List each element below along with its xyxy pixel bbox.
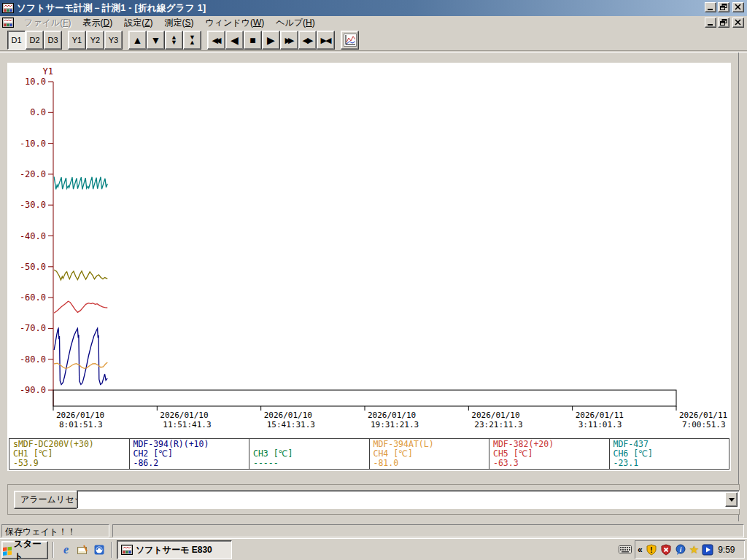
mdi-minimize-button[interactable] [705,18,716,28]
display-1-button[interactable]: D1 [7,31,26,50]
media-play-tray-icon[interactable] [702,544,713,556]
taskbar-separator [111,542,112,558]
step-forward-button[interactable]: ▶ [262,31,280,50]
step-back-button[interactable]: ◀ [225,31,244,50]
display-2-button[interactable]: D2 [26,31,44,50]
channel-value: ----- [253,459,369,468]
y-axis-1-button[interactable]: Y1 [68,31,86,50]
channel-value: -23.1 [614,459,729,468]
stop-button[interactable]: ■ [244,31,262,50]
legend-channel-2: MDF-394(R)(+10) CH2 [℃] -86.2 [129,438,250,470]
toolbar: D1 D2 D3 Y1 Y2 Y3 ▲ ▼ ▲▼ ▼▲ ◀◀ ◀ ■ ▶ ▶▶ … [0,29,747,51]
security-alert-shield-icon[interactable] [660,544,672,556]
app-icon [121,544,133,556]
expand-vertical-icon: ▲▼ [171,35,177,45]
expand-vertical-button[interactable]: ▲▼ [165,31,183,50]
menu-help[interactable]: ヘルプ(H) [270,15,321,31]
svg-text:8:01:51.3: 8:01:51.3 [59,420,103,429]
compress-vertical-icon: ▼▲ [189,35,196,45]
svg-text:2026/01/10: 2026/01/10 [56,411,104,420]
update-shield-icon[interactable]: ! [646,544,657,556]
menu-bar: ファイル(F) 表示(D) 設定(Z) 測定(S) ウィンドウ(W) ヘルプ(H… [0,16,747,29]
start-label: スタート [14,538,47,560]
mdi-close-button[interactable] [732,18,744,28]
svg-text:2026/01/10: 2026/01/10 [160,411,208,420]
status-message: 保存ウェイト！！ [1,524,109,537]
internet-explorer-icon[interactable]: e [60,543,72,556]
scroll-down-button[interactable]: ▼ [147,31,165,50]
mdi-client-area: Y110.00.0-10.0-20.0-30.0-40.0-50.0-60.0-… [0,52,747,521]
minimize-button[interactable] [705,2,716,12]
svg-text:23:21:11.3: 23:21:11.3 [474,420,522,429]
svg-text:-70.0: -70.0 [20,323,46,333]
channel-value: -53.9 [13,459,129,468]
language-keyboard-icon[interactable] [619,544,632,556]
legend-channel-1: sMDF-DC200V(+30) CH1 [℃] -53.9 [9,438,130,470]
info-balloon-icon[interactable]: i [675,544,686,556]
menu-view[interactable]: 表示(D) [77,15,118,31]
expand-horizontal-icon: ◀▶ [303,35,312,45]
svg-text:2026/01/10: 2026/01/10 [471,411,519,420]
channel-value: -86.2 [133,459,249,468]
channel-value: -81.0 [374,459,489,468]
channel-legend: sMDF-DC200V(+30) CH1 [℃] -53.9 MDF-394(R… [9,438,729,470]
compress-horizontal-button[interactable]: ▶◀ [317,31,335,50]
legend-channel-3: CH3 [℃] ----- [249,438,370,470]
svg-text:-40.0: -40.0 [20,231,46,241]
alarm-combobox[interactable] [77,490,740,509]
menu-window[interactable]: ウィンドウ(W) [200,15,271,31]
y-axis-2-button[interactable]: Y2 [86,31,104,50]
taskbar: スタート e ソフトサーモ E830 « ! i ★ 9:59 [0,538,747,560]
line-graph-panel: Y110.00.0-10.0-20.0-30.0-40.0-50.0-60.0-… [7,63,731,471]
expand-horizontal-button[interactable]: ◀▶ [298,31,317,50]
menu-measure[interactable]: 測定(S) [158,15,199,31]
task-button-label: ソフトサーモ E830 [136,544,212,556]
windows-logo-icon [2,545,12,556]
channel-value: -63.3 [493,459,609,468]
y-axis-3-button[interactable]: Y3 [104,31,123,50]
svg-text:2026/01/11: 2026/01/11 [576,411,624,420]
svg-text:7:00:51.3: 7:00:51.3 [682,420,726,429]
svg-text:10.0: 10.0 [25,77,46,87]
legend-channel-5: MDF-382(+20) CH5 [℃] -63.3 [489,438,610,470]
display-3-button[interactable]: D3 [44,31,62,50]
fast-forward-icon: ▶▶ [287,35,292,45]
stop-icon: ■ [249,35,255,45]
fast-forward-button[interactable]: ▶▶ [280,31,298,50]
system-tray: « ! i ★ 9:59 [635,540,745,559]
svg-text:11:51:41.3: 11:51:41.3 [163,420,211,429]
legend-channel-6: MDF-437 CH6 [℃] -23.1 [609,438,730,470]
close-button[interactable] [732,2,744,12]
svg-text:-90.0: -90.0 [20,385,46,395]
graph-settings-button[interactable] [341,31,359,50]
quick-launch-app-icon[interactable] [93,543,105,556]
svg-text:-30.0: -30.0 [20,200,46,210]
rewind-button[interactable]: ◀◀ [207,31,225,50]
start-button[interactable]: スタート [1,541,48,559]
task-button-softthermo[interactable]: ソフトサーモ E830 [117,540,232,559]
star-tray-icon[interactable]: ★ [689,544,699,555]
chevron-down-icon [729,498,735,502]
app-icon [2,2,14,14]
down-arrow-icon: ▼ [151,35,161,45]
left-arrow-icon: ◀ [231,35,239,45]
svg-text:-50.0: -50.0 [20,262,46,272]
svg-text:Y1: Y1 [43,66,53,77]
restore-button[interactable] [718,2,729,12]
window-title: ソフトサーモ計測－計測1 - [折れ線グラフ 1] [17,2,206,15]
status-bar: 保存ウェイト！！ [0,521,747,538]
menu-settings[interactable]: 設定(Z) [118,15,158,31]
combo-dropdown-button[interactable] [725,492,738,507]
mdi-child-icon [2,17,14,28]
up-arrow-icon: ▲ [133,35,143,45]
scroll-up-button[interactable]: ▲ [128,31,147,50]
window-inner-border [738,52,739,521]
title-bar: ソフトサーモ計測－計測1 - [折れ線グラフ 1] [0,0,747,16]
compress-vertical-button[interactable]: ▼▲ [183,31,201,50]
alarm-panel: アラームリセット [7,484,740,515]
legend-channel-4: MDF-394AT(L) CH4 [℃] -81.0 [369,438,490,470]
tray-chevron-icon[interactable]: « [638,545,643,555]
menu-file[interactable]: ファイル(F) [18,15,77,31]
show-desktop-icon[interactable] [76,543,88,556]
mdi-restore-button[interactable] [718,18,729,28]
